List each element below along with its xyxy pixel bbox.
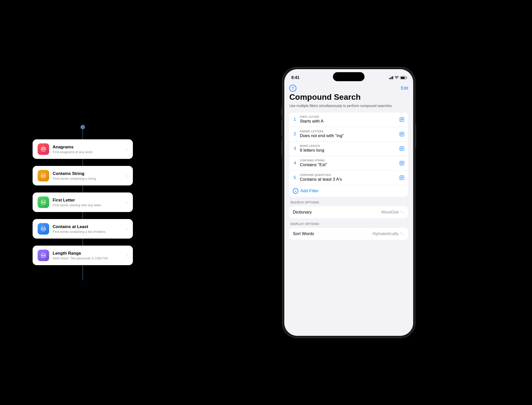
first-letter-title: First Letter: [53, 198, 123, 203]
contains-at-least-icon: [38, 223, 49, 235]
contains-string-title: Contains String: [53, 171, 123, 176]
signal-bar-4: [392, 76, 393, 79]
content-area: Compound Search Use multiple filters sim…: [284, 93, 413, 240]
filter-value-3: 8 letters long: [300, 148, 396, 153]
filter-row-1[interactable]: 1 FIRST LETTER Starts with A: [289, 113, 408, 127]
filter-label-2: ENDING LETTERS: [300, 130, 396, 133]
filter-row-5[interactable]: 5 CONTAINS QUANTITIES Contains at least …: [289, 171, 408, 185]
signal-icon: [389, 76, 393, 79]
iphone-device: 9:41: [282, 67, 415, 338]
volume-down-button[interactable]: [281, 140, 282, 156]
dynamic-island: [333, 72, 365, 81]
contains-at-least-subtitle: Find words containing a list of letters.: [53, 230, 123, 234]
sort-words-value-text: Alphabetically: [372, 231, 399, 236]
flow-card-first-letter[interactable]: First Letter Find words starting with an…: [33, 192, 133, 212]
filter-text-5: CONTAINS QUANTITIES Contains at least 3 …: [300, 174, 396, 182]
filter-number-3: 3: [293, 146, 297, 151]
filter-edit-icon-4[interactable]: [399, 160, 405, 166]
anagrams-icon: [38, 143, 49, 155]
flow-container: Anagrams Find anagrams of any word. › Co…: [33, 125, 133, 280]
status-time: 9:41: [291, 75, 299, 80]
dictionary-row[interactable]: Dictionary WordOwl ⌃⌄: [289, 206, 408, 218]
volume-up-button[interactable]: [281, 120, 282, 136]
edit-button[interactable]: Edit: [401, 86, 408, 91]
display-options-header: DISPLAY OPTIONS: [289, 222, 408, 226]
filter-row-4[interactable]: 4 CONTAINS STRING Contains "Est": [289, 156, 408, 171]
signal-bar-2: [390, 77, 391, 79]
filter-value-5: Contains at least 3 A's: [300, 177, 396, 182]
dictionary-chevron: ⌃⌄: [400, 211, 405, 214]
anagrams-title: Anagrams: [53, 145, 123, 150]
filter-text-2: ENDING LETTERS Does not end with "ing": [300, 130, 396, 138]
contains-string-icon: [38, 170, 49, 181]
filter-edit-icon-1[interactable]: [399, 117, 405, 122]
right-panel: 9:41: [165, 0, 532, 405]
flow-card-contains-string[interactable]: Contains String Find words containing a …: [33, 166, 133, 185]
filter-number-4: 4: [293, 161, 297, 166]
add-filter-text: Add Filter: [300, 188, 319, 193]
filter-label-1: FIRST LETTER: [300, 116, 396, 118]
filter-edit-icon-2[interactable]: [399, 131, 405, 137]
flow-line-2: [82, 159, 83, 166]
status-icons: [389, 76, 406, 79]
filter-text-1: FIRST LETTER Starts with A: [300, 116, 396, 124]
anagrams-text: Anagrams Find anagrams of any word.: [53, 145, 123, 154]
sort-words-row[interactable]: Sort Words Alphabetically ⌃⌄: [289, 228, 408, 240]
nav-bar: ? Edit: [284, 83, 413, 93]
dictionary-value-text: WordOwl: [381, 210, 399, 215]
filter-value-4: Contains "Est": [300, 162, 396, 167]
sort-words-chevron: ⌃⌄: [400, 232, 405, 236]
flow-line-5: [82, 239, 83, 246]
anagrams-chevron: ›: [126, 147, 128, 152]
flow-line-3: [82, 185, 83, 192]
flow-card-contains-at-least[interactable]: Contains at Least Find words containing …: [33, 219, 133, 239]
left-panel: Anagrams Find anagrams of any word. › Co…: [0, 0, 165, 405]
filter-card: 1 FIRST LETTER Starts with A: [289, 113, 408, 197]
flow-card-anagrams[interactable]: Anagrams Find anagrams of any word. ›: [33, 139, 133, 159]
search-options-card: Dictionary WordOwl ⌃⌄: [289, 206, 408, 218]
display-options-card: Sort Words Alphabetically ⌃⌄: [289, 228, 408, 240]
dictionary-value: WordOwl ⌃⌄: [381, 210, 405, 215]
filter-row-2[interactable]: 2 ENDING LETTERS Does not end with "ing": [289, 127, 408, 142]
flow-card-length-range[interactable]: Length Range Hello there. The passcode i…: [33, 246, 133, 265]
contains-at-least-title: Contains at Least: [53, 224, 123, 229]
first-letter-icon: [38, 196, 49, 208]
filter-edit-icon-5[interactable]: [399, 175, 405, 180]
page-title: Compound Search: [289, 93, 408, 102]
filter-value-2: Does not end with "ing": [300, 133, 396, 138]
length-range-text: Length Range Hello there. The passcode i…: [53, 251, 123, 260]
dictionary-label: Dictionary: [293, 210, 312, 215]
first-letter-text: First Letter Find words starting with an…: [53, 198, 123, 207]
filter-edit-icon-3[interactable]: [399, 146, 405, 151]
filter-label-5: CONTAINS QUANTITIES: [300, 174, 396, 176]
filter-text-3: WORD LENGTH 8 letters long: [300, 145, 396, 153]
contains-string-subtitle: Find words containing a string.: [53, 177, 123, 180]
filter-label-3: WORD LENGTH: [300, 145, 396, 147]
page-subtitle: Use multiple filters simultaneously to p…: [289, 104, 408, 109]
filter-number-5: 5: [293, 175, 297, 180]
add-filter-icon: +: [293, 188, 298, 194]
filter-row-3[interactable]: 3 WORD LENGTH 8 letters long: [289, 142, 408, 156]
filter-label-4: CONTAINS STRING: [300, 159, 396, 162]
wifi-icon: [395, 76, 399, 79]
power-button[interactable]: [415, 125, 416, 147]
flow-line-4: [82, 212, 83, 219]
help-icon: ?: [292, 86, 294, 90]
flow-line-bottom: [82, 265, 83, 280]
contains-at-least-chevron: ›: [126, 226, 128, 232]
contains-at-least-text: Contains at Least Find words containing …: [53, 224, 123, 234]
signal-bar-3: [391, 77, 392, 79]
flow-line: [82, 129, 83, 139]
sort-words-label: Sort Words: [293, 231, 314, 236]
battery-icon: [400, 76, 406, 79]
anagrams-subtitle: Find anagrams of any word.: [53, 150, 123, 154]
length-range-chevron: ›: [126, 253, 128, 258]
iphone-screen: 9:41: [284, 69, 413, 336]
search-options-header: SEARCH OPTIONS: [289, 201, 408, 204]
first-letter-chevron: ›: [126, 200, 128, 205]
help-button[interactable]: ?: [289, 85, 296, 92]
first-letter-subtitle: Find words starting with any letter.: [53, 203, 123, 207]
signal-bar-1: [389, 78, 390, 79]
add-filter-row[interactable]: + Add Filter: [289, 185, 408, 197]
filter-text-4: CONTAINS STRING Contains "Est": [300, 159, 396, 167]
